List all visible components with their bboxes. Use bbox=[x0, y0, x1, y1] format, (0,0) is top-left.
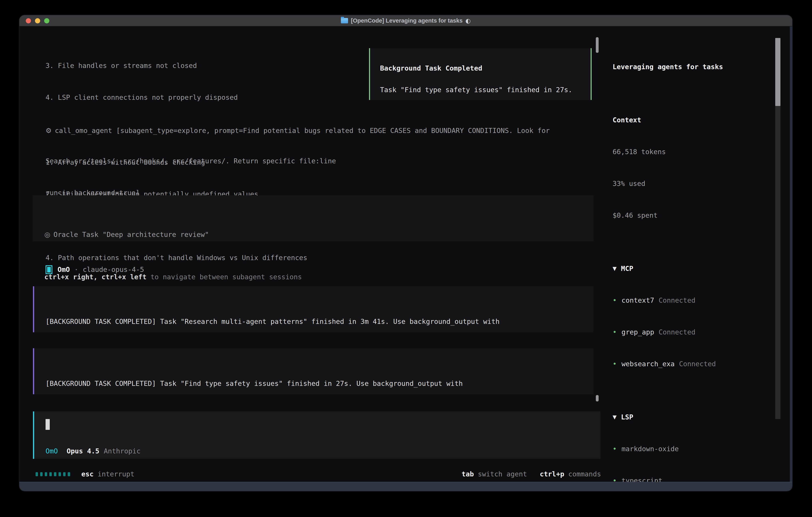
ctrlp-key-label: commands bbox=[568, 469, 601, 480]
omo-agent-icon bbox=[46, 265, 52, 274]
agent-name: OmO bbox=[58, 264, 70, 275]
mcp-item-name: context7 bbox=[621, 295, 654, 306]
traffic-lights bbox=[26, 15, 49, 26]
zoom-button[interactable] bbox=[44, 18, 49, 23]
lsp-item-name: markdown-oxide bbox=[621, 444, 679, 454]
activity-dots-indicator bbox=[35, 472, 70, 476]
output-line: 4. LSP client connections not properly d… bbox=[46, 92, 336, 103]
agent-header: OmO · claude-opus-4-5 bbox=[46, 264, 144, 275]
output-line: 3. File handles or streams not closed bbox=[46, 60, 336, 71]
close-button[interactable] bbox=[26, 18, 31, 23]
toast-title: Background Task Completed bbox=[380, 63, 590, 74]
oracle-task-title-row: ◎Oracle Task "Deep architecture review" bbox=[45, 229, 593, 240]
task-message-line: [BACKGROUND TASK COMPLETED] Task "Resear… bbox=[46, 316, 593, 327]
lsp-item: •markdown-oxide bbox=[613, 444, 788, 454]
window-title-text: [OpenCode] Leveraging agents for tasks bbox=[351, 18, 463, 24]
status-dot-icon: • bbox=[613, 295, 617, 306]
input-agent-name: OmO bbox=[46, 446, 58, 456]
minimize-button[interactable] bbox=[35, 18, 40, 23]
sidebar-scrollbar-thumb[interactable] bbox=[775, 38, 780, 106]
title-bar[interactable]: [OpenCode] Leveraging agents for tasks ◐ bbox=[19, 15, 792, 26]
mcp-item-name: grep_app bbox=[621, 327, 654, 337]
toast-body: Task "Find type safety issues" finished … bbox=[380, 85, 590, 95]
tab-key-hint: tab bbox=[462, 469, 474, 480]
tab-hint-group: tab switch agent bbox=[462, 469, 527, 480]
context-tokens: 66,518 tokens bbox=[613, 146, 788, 157]
mcp-item-name: websearch_exa bbox=[621, 359, 674, 369]
mcp-section-header[interactable]: ▼MCP bbox=[613, 263, 788, 274]
mcp-item-status: Connected bbox=[659, 295, 695, 306]
window-title: [OpenCode] Leveraging agents for tasks ◐ bbox=[341, 17, 470, 24]
mcp-item-status: Connected bbox=[659, 327, 695, 337]
esc-key-label: interrupt bbox=[97, 469, 134, 480]
prompt-input[interactable]: OmO Opus 4.5 Anthropic bbox=[33, 411, 601, 459]
bullseye-icon: ◎ bbox=[45, 230, 50, 239]
status-left: esc interrupt bbox=[35, 469, 135, 480]
commands-hint-group: ctrl+p commands bbox=[540, 469, 601, 480]
text-cursor bbox=[46, 419, 50, 430]
tab-key-label: switch agent bbox=[478, 469, 527, 480]
terminal-window: [OpenCode] Leveraging agents for tasks ◐… bbox=[19, 15, 792, 491]
status-dot-icon: • bbox=[613, 444, 617, 454]
background-task-message: [BACKGROUND TASK COMPLETED] Task "Find t… bbox=[33, 348, 593, 394]
mcp-item: •websearch_exaConnected bbox=[613, 359, 788, 369]
oracle-task-title: Oracle Task "Deep architecture review" bbox=[54, 230, 209, 239]
status-dot-icon: • bbox=[613, 327, 617, 337]
window-right-edge bbox=[790, 26, 792, 482]
agent-model: claude-opus-4-5 bbox=[83, 264, 144, 275]
input-model-name: Opus 4.5 bbox=[66, 446, 99, 456]
half-circle-icon: ◐ bbox=[465, 17, 470, 24]
status-bar: esc interrupt tab switch agent ctrl+p co… bbox=[35, 469, 601, 480]
separator-dot: · bbox=[74, 264, 78, 275]
model-row: OmO Opus 4.5 Anthropic bbox=[46, 446, 141, 456]
status-right: tab switch agent ctrl+p commands bbox=[449, 469, 601, 480]
tool-call-text: call_omo_agent [subagent_type=explore, p… bbox=[55, 127, 550, 135]
chevron-down-icon: ▼ bbox=[613, 263, 617, 274]
esc-key-hint: esc bbox=[81, 469, 93, 480]
lsp-section-header[interactable]: ▼LSP bbox=[613, 412, 788, 423]
main-content: 3. File handles or streams not closed 4.… bbox=[19, 26, 792, 482]
lsp-heading-label: LSP bbox=[621, 412, 633, 423]
context-heading: Context bbox=[613, 115, 788, 125]
tool-call-line: ⚙call_omo_agent [subagent_type=explore, … bbox=[46, 125, 550, 136]
main-scrollbar-thumb[interactable] bbox=[596, 37, 599, 53]
background-task-toast[interactable]: Background Task Completed Task "Find typ… bbox=[369, 48, 591, 100]
sidebar: Leveraging agents for tasks Context 66,5… bbox=[613, 40, 788, 491]
main-scrollbar-thumb[interactable] bbox=[596, 395, 599, 402]
task-message-line: [BACKGROUND TASK COMPLETED] Task "Find t… bbox=[46, 378, 593, 389]
window-bottom-bar bbox=[19, 482, 792, 491]
sidebar-scrollbar-track[interactable] bbox=[775, 106, 780, 419]
chevron-down-icon: ▼ bbox=[613, 412, 617, 423]
gear-icon: ⚙ bbox=[46, 127, 52, 135]
context-used: 33% used bbox=[613, 178, 788, 189]
ctrlp-key-hint: ctrl+p bbox=[540, 469, 564, 480]
session-title: Leveraging agents for tasks bbox=[613, 61, 788, 72]
mcp-item: •context7Connected bbox=[613, 295, 788, 306]
oracle-hint-text: to navigate between subagent sessions bbox=[150, 273, 302, 281]
context-spent: $0.46 spent bbox=[613, 210, 788, 221]
tool-call-line: 1. Array access without bounds checking bbox=[46, 157, 550, 168]
background-task-message: [BACKGROUND TASK COMPLETED] Task "Resear… bbox=[33, 286, 593, 332]
mcp-heading-label: MCP bbox=[621, 263, 633, 274]
status-dot-icon: • bbox=[613, 359, 617, 369]
oracle-task-panel[interactable]: ◎Oracle Task "Deep architecture review" … bbox=[33, 195, 593, 241]
mcp-item: •grep_appConnected bbox=[613, 327, 788, 337]
input-provider-name: Anthropic bbox=[104, 446, 141, 456]
mcp-item-status: Connected bbox=[679, 359, 716, 369]
folder-icon bbox=[341, 18, 348, 23]
